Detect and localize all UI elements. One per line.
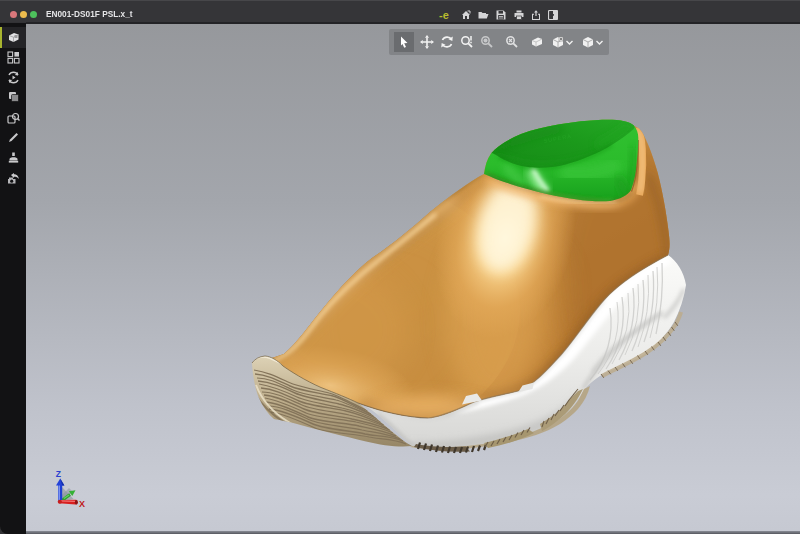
svg-text:Z: Z (56, 469, 61, 479)
svg-text:X: X (79, 499, 85, 509)
